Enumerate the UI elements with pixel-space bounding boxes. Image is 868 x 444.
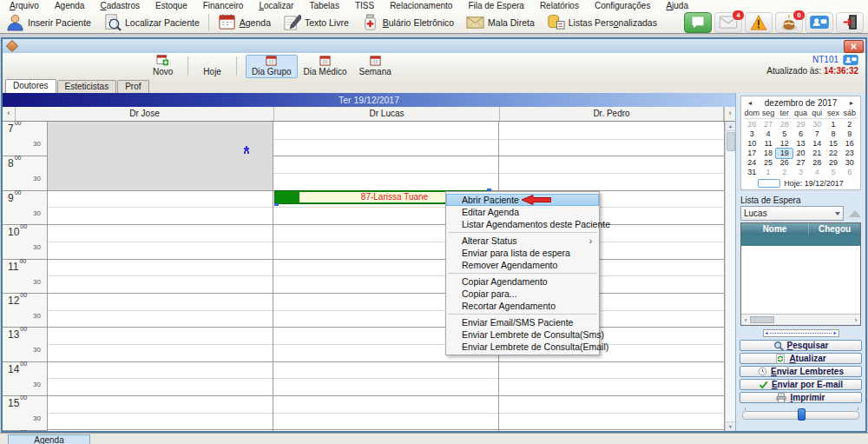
mini-cal-day[interactable]: 16: [841, 139, 858, 149]
mini-cal-day[interactable]: 27: [792, 158, 809, 168]
time-slot[interactable]: [273, 361, 498, 379]
scroll-down-arrow[interactable]: ▼: [726, 421, 735, 431]
side-button-pesquisar[interactable]: Pesquisar: [740, 340, 862, 351]
context-menu-item-alterar-status[interactable]: Alterar Status›: [446, 235, 599, 247]
menu-item-fila-de-espera[interactable]: Fila de Espera: [460, 1, 531, 10]
side-button-atualizar[interactable]: Atualizar: [740, 353, 862, 364]
context-menu-item-enviar-email-sms-paciente[interactable]: Enviar Email/SMS Paciente: [446, 316, 599, 328]
agenda-button-dia-medico[interactable]: Dia Médico: [298, 55, 353, 78]
agenda-button-novo[interactable]: Novo: [147, 55, 179, 78]
tab-doutores[interactable]: Doutores: [5, 79, 56, 93]
time-slot[interactable]: [499, 173, 724, 190]
mini-cal-day[interactable]: 7: [809, 129, 825, 139]
toolbar-button-bulario-eletronico[interactable]: Bulário Eletrônico: [355, 11, 460, 33]
mini-cal-day[interactable]: 19: [776, 149, 792, 158]
selected-row[interactable]: [741, 235, 860, 246]
mini-cal-day[interactable]: 14: [809, 139, 825, 149]
time-slot[interactable]: [273, 173, 498, 190]
mini-cal-day[interactable]: 20: [792, 149, 809, 158]
mini-cal-day[interactable]: 11: [760, 139, 777, 149]
time-slot[interactable]: [273, 156, 498, 173]
mini-cal-day[interactable]: 29: [825, 158, 842, 168]
time-slot[interactable]: [48, 207, 273, 224]
status-tab-agenda[interactable]: Agenda: [8, 434, 90, 444]
scroll-left-arrow[interactable]: ‹: [3, 107, 16, 121]
mini-cal-day[interactable]: 6: [841, 168, 858, 177]
context-menu-item-abrir-paciente[interactable]: Abrir Paciente: [446, 194, 599, 206]
time-slot[interactable]: [499, 139, 724, 156]
time-slot[interactable]: [48, 293, 273, 310]
toolbar-button-inserir-paciente[interactable]: Inserir Paciente: [0, 11, 97, 33]
time-slot[interactable]: [48, 413, 273, 430]
toolbar-button-mala-direta[interactable]: Mala Direta: [460, 11, 541, 33]
menu-item-relacionamento[interactable]: Relacionamento: [382, 1, 460, 10]
time-slot[interactable]: [273, 413, 498, 430]
time-slot[interactable]: [48, 378, 273, 395]
mini-cal-day[interactable]: 13: [792, 139, 809, 149]
zoom-slider[interactable]: [742, 408, 859, 421]
mini-cal-day[interactable]: 23: [841, 149, 858, 158]
slider-handle[interactable]: [798, 408, 806, 421]
time-slot[interactable]: [48, 429, 273, 431]
menu-item-localizar[interactable]: Localizar: [251, 1, 301, 10]
waiting-list-dropdown[interactable]: Lucas: [740, 206, 844, 221]
time-slot[interactable]: [48, 275, 273, 293]
mini-cal-day[interactable]: 2: [841, 120, 858, 129]
scroll-up-arrow[interactable]: ▲: [726, 122, 735, 131]
time-slot[interactable]: [48, 259, 273, 276]
splitter-control[interactable]: ◂ ▸: [763, 329, 839, 337]
mini-cal-day[interactable]: 24: [744, 158, 760, 168]
context-menu-item-enviar-lembrete-de-consulta-sms[interactable]: Enviar Lembrete de Consulta(Sms): [446, 328, 599, 341]
mini-cal-day[interactable]: 26: [744, 120, 760, 129]
context-menu-item-remover-agendamento[interactable]: Remover Agendamento: [446, 259, 599, 271]
mini-cal-day[interactable]: 31: [744, 168, 760, 177]
toolbar-button-localizar-paciente[interactable]: Localizar Paciente: [97, 11, 206, 33]
menu-item-financeiro[interactable]: Financeiro: [195, 1, 252, 10]
scrollbar-thumb[interactable]: [750, 316, 774, 323]
horizontal-scrollbar[interactable]: ‹ ›: [741, 314, 860, 325]
mini-cal-day[interactable]: 2: [776, 168, 792, 177]
time-slot[interactable]: [499, 429, 724, 431]
menu-item-relatorios[interactable]: Relatórios: [532, 1, 587, 10]
side-button-imprimir[interactable]: Imprimir: [740, 392, 862, 403]
time-slot[interactable]: [48, 310, 273, 328]
context-menu-item-copiar-para[interactable]: Copiar para...: [446, 288, 599, 300]
time-slot[interactable]: [499, 395, 724, 413]
mini-cal-day[interactable]: 26: [776, 158, 792, 168]
mini-cal-day[interactable]: 10: [744, 139, 760, 149]
time-slot[interactable]: [499, 122, 724, 139]
time-slot[interactable]: [273, 139, 498, 156]
scroll-left-arrow[interactable]: ‹: [741, 316, 750, 324]
mini-cal-day[interactable]: 18: [760, 149, 777, 158]
time-slot[interactable]: [48, 242, 273, 259]
tab-esteticistas[interactable]: Esteticistas: [57, 80, 117, 93]
context-menu-item-editar-agenda[interactable]: Editar Agenda: [446, 206, 599, 218]
mini-cal-day[interactable]: 3: [792, 168, 809, 177]
time-slot[interactable]: [48, 344, 273, 361]
vertical-scrollbar[interactable]: ▲ ▼: [725, 122, 735, 431]
time-slot[interactable]: [273, 429, 498, 431]
agenda-button-dia-grupo[interactable]: Dia Grupo: [246, 55, 298, 78]
toolbar-button-listas-personalizadas[interactable]: Listas Personalizadas: [541, 11, 663, 33]
mini-cal-day[interactable]: 9: [841, 129, 858, 139]
mini-cal-day[interactable]: 22: [825, 149, 842, 158]
mini-cal-day[interactable]: 29: [792, 120, 809, 129]
time-slot[interactable]: [48, 361, 273, 379]
warning-icon[interactable]: [745, 12, 773, 33]
mini-cal-day[interactable]: 25: [760, 158, 777, 168]
prev-month-arrow[interactable]: ◄: [744, 100, 756, 106]
time-slot[interactable]: [499, 156, 724, 173]
menu-item-estoque[interactable]: Estoque: [148, 1, 195, 10]
mini-cal-day[interactable]: 30: [841, 158, 858, 168]
mini-cal-day[interactable]: 5: [825, 168, 842, 177]
collapse-triangle-icon[interactable]: [849, 210, 861, 217]
close-button[interactable]: [844, 40, 864, 53]
mini-cal-day[interactable]: 17: [744, 149, 760, 158]
scroll-right-arrow[interactable]: ›: [852, 316, 860, 324]
exit-icon[interactable]: [836, 12, 864, 33]
mini-cal-day[interactable]: 15: [825, 139, 842, 149]
time-slot[interactable]: [48, 395, 273, 413]
time-slot[interactable]: [48, 327, 273, 344]
mini-cal-day[interactable]: 28: [776, 120, 792, 129]
birthday-icon[interactable]: 0: [775, 12, 803, 33]
